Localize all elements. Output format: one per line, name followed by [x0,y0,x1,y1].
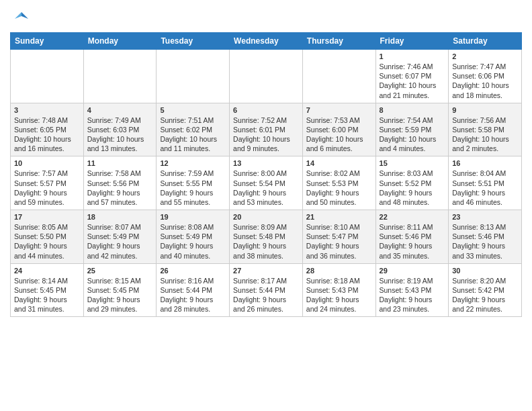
calendar-week-row: 24Sunrise: 8:14 AMSunset: 5:45 PMDayligh… [11,263,522,317]
day-info: Daylight: 9 hours and 59 minutes. [14,188,80,207]
calendar-cell: 6Sunrise: 7:52 AMSunset: 6:01 PMDaylight… [230,103,303,156]
day-info: Sunset: 5:53 PM [306,179,372,188]
calendar-cell: 20Sunrise: 8:09 AMSunset: 5:48 PMDayligh… [230,210,303,264]
day-info: Sunset: 5:44 PM [233,285,299,295]
day-info: Sunset: 5:46 PM [380,232,445,241]
day-number: 13 [233,159,299,167]
day-info: Sunrise: 7:54 AM [380,116,445,125]
day-info: Sunset: 6:02 PM [160,125,226,134]
calendar-cell: 3Sunrise: 7:48 AMSunset: 6:05 PMDaylight… [11,103,84,156]
calendar-cell: 19Sunrise: 8:08 AMSunset: 5:49 PMDayligh… [157,210,230,264]
day-info: Sunrise: 8:10 AM [306,222,372,232]
calendar-cell: 23Sunrise: 8:13 AMSunset: 5:46 PMDayligh… [449,210,522,264]
day-info: Sunset: 5:51 PM [452,179,518,188]
day-number: 10 [14,159,80,167]
day-info: Sunrise: 8:14 AM [14,276,80,285]
calendar-cell: 13Sunrise: 8:00 AMSunset: 5:54 PMDayligh… [230,156,303,210]
day-info: Sunrise: 8:15 AM [87,276,153,285]
day-info: Sunset: 5:43 PM [380,285,445,295]
day-info: Sunset: 5:57 PM [14,179,80,188]
weekday-header-monday: Monday [83,33,157,50]
calendar-cell: 25Sunrise: 8:15 AMSunset: 5:45 PMDayligh… [83,263,157,317]
calendar-cell: 2Sunrise: 7:47 AMSunset: 6:06 PMDaylight… [449,50,522,103]
day-number: 18 [87,213,153,221]
weekday-header-tuesday: Tuesday [157,33,230,50]
day-info: Sunset: 6:05 PM [14,125,80,134]
day-number: 25 [87,267,153,275]
day-info: Sunset: 5:42 PM [452,285,518,295]
day-info: Sunset: 5:59 PM [380,125,445,134]
day-info: Daylight: 9 hours and 44 minutes. [14,241,80,260]
calendar-cell: 27Sunrise: 8:17 AMSunset: 5:44 PMDayligh… [230,263,303,317]
day-info: Daylight: 10 hours and 6 minutes. [306,134,372,153]
day-info: Daylight: 9 hours and 57 minutes. [87,188,153,207]
calendar-cell [83,50,157,103]
day-info: Sunrise: 8:13 AM [452,222,518,232]
day-info: Sunrise: 7:47 AM [452,62,518,71]
day-info: Daylight: 9 hours and 46 minutes. [452,188,518,207]
calendar-cell: 10Sunrise: 7:57 AMSunset: 5:57 PMDayligh… [11,156,84,210]
calendar-cell: 8Sunrise: 7:54 AMSunset: 5:59 PMDaylight… [375,103,449,156]
day-info: Sunrise: 8:11 AM [380,222,445,232]
calendar-cell: 26Sunrise: 8:16 AMSunset: 5:44 PMDayligh… [157,263,230,317]
day-info: Sunset: 6:00 PM [306,125,372,134]
day-number: 9 [452,106,518,114]
day-number: 21 [306,213,372,221]
day-info: Sunset: 6:01 PM [233,125,299,134]
day-info: Sunrise: 7:59 AM [160,169,226,178]
day-info: Daylight: 9 hours and 35 minutes. [380,241,445,260]
day-number: 17 [14,213,80,221]
day-info: Daylight: 10 hours and 11 minutes. [160,134,226,153]
day-info: Daylight: 9 hours and 48 minutes. [380,188,445,207]
day-info: Sunset: 5:44 PM [160,285,226,295]
day-info: Sunrise: 8:07 AM [87,222,153,232]
day-info: Sunrise: 7:58 AM [87,169,153,178]
day-info: Sunset: 6:07 PM [380,71,445,81]
day-number: 5 [160,106,226,114]
day-info: Sunrise: 7:53 AM [306,116,372,125]
day-number: 7 [306,106,372,114]
weekday-header-thursday: Thursday [302,33,375,50]
day-info: Sunset: 5:55 PM [160,179,226,188]
day-info: Daylight: 9 hours and 38 minutes. [233,241,299,260]
day-number: 12 [160,159,226,167]
logo [10,9,31,28]
day-info: Daylight: 9 hours and 40 minutes. [160,241,226,260]
day-info: Sunrise: 8:02 AM [306,169,372,178]
weekday-header-sunday: Sunday [11,33,84,50]
day-info: Sunrise: 7:51 AM [160,116,226,125]
day-number: 23 [452,213,518,221]
day-info: Daylight: 10 hours and 9 minutes. [233,134,299,153]
calendar-cell: 4Sunrise: 7:49 AMSunset: 6:03 PMDaylight… [83,103,157,156]
day-info: Daylight: 9 hours and 26 minutes. [233,295,299,314]
day-info: Daylight: 9 hours and 53 minutes. [233,188,299,207]
day-info: Sunset: 5:46 PM [452,232,518,241]
day-number: 2 [452,52,518,60]
day-info: Sunrise: 8:05 AM [14,222,80,232]
day-info: Sunrise: 8:18 AM [306,276,372,285]
logo-icon [12,9,31,28]
weekday-header-friday: Friday [375,33,449,50]
calendar-cell: 12Sunrise: 7:59 AMSunset: 5:55 PMDayligh… [157,156,230,210]
day-info: Daylight: 9 hours and 29 minutes. [87,295,153,314]
day-number: 14 [306,159,372,167]
weekday-header-saturday: Saturday [449,33,522,50]
day-info: Daylight: 10 hours and 16 minutes. [14,134,80,153]
day-info: Sunset: 5:56 PM [87,179,153,188]
day-number: 26 [160,267,226,275]
day-info: Sunset: 5:52 PM [380,179,445,188]
calendar-cell: 17Sunrise: 8:05 AMSunset: 5:50 PMDayligh… [11,210,84,264]
calendar-cell: 7Sunrise: 7:53 AMSunset: 6:00 PMDaylight… [302,103,375,156]
day-info: Daylight: 9 hours and 42 minutes. [87,241,153,260]
day-number: 28 [306,267,372,275]
day-info: Daylight: 9 hours and 55 minutes. [160,188,226,207]
day-info: Sunset: 5:45 PM [87,285,153,295]
weekday-header-row: SundayMondayTuesdayWednesdayThursdayFrid… [11,33,522,50]
day-info: Daylight: 9 hours and 31 minutes. [14,295,80,314]
calendar-cell: 21Sunrise: 8:10 AMSunset: 5:47 PMDayligh… [302,210,375,264]
calendar-cell: 24Sunrise: 8:14 AMSunset: 5:45 PMDayligh… [11,263,84,317]
day-info: Sunrise: 7:46 AM [380,62,445,71]
day-info: Sunset: 5:54 PM [233,179,299,188]
day-number: 3 [14,106,80,114]
day-info: Daylight: 9 hours and 22 minutes. [452,295,518,314]
